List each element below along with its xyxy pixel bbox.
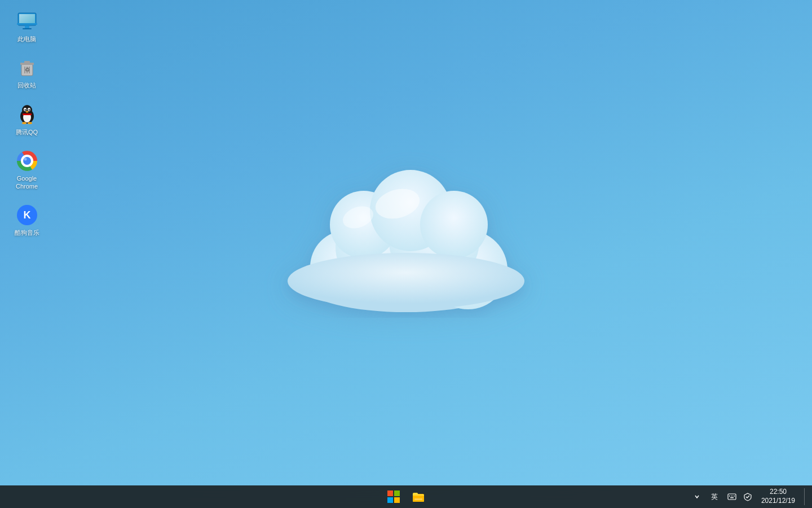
- recycle-icon-label: 回收站: [17, 81, 36, 89]
- tray-chevron-button[interactable]: [690, 490, 704, 503]
- svg-rect-16: [17, 23, 37, 25]
- svg-rect-43: [387, 491, 393, 496]
- clock-date: 2021/12/19: [761, 497, 795, 506]
- svg-point-8: [288, 253, 524, 309]
- svg-rect-13: [19, 14, 35, 24]
- svg-point-34: [22, 122, 27, 124]
- taskbar-center: [382, 485, 430, 508]
- clock[interactable]: 22:50 2021/12/19: [757, 488, 800, 505]
- svg-point-35: [28, 122, 32, 124]
- file-explorer-button[interactable]: [407, 485, 430, 508]
- desktop-icon-computer[interactable]: 此电脑: [6, 6, 48, 47]
- security-icon[interactable]: [741, 490, 754, 503]
- svg-rect-46: [394, 497, 400, 503]
- svg-rect-45: [387, 497, 393, 503]
- desktop: 此电脑 ♻ 回收站: [0, 0, 812, 485]
- svg-rect-36: [23, 113, 32, 115]
- svg-point-29: [24, 109, 26, 111]
- svg-rect-51: [729, 496, 730, 497]
- show-desktop-button[interactable]: [804, 488, 807, 505]
- svg-point-7: [420, 191, 488, 259]
- desktop-icon-chrome[interactable]: Google Chrome: [6, 145, 48, 195]
- svg-rect-14: [25, 25, 29, 28]
- desktop-icon-qq[interactable]: 腾讯QQ: [6, 99, 48, 141]
- desktop-icon-kuwo[interactable]: K 酷狗音乐: [6, 199, 48, 241]
- cloud-illustration: [265, 137, 547, 329]
- start-button[interactable]: [382, 485, 405, 508]
- qq-icon-label: 腾讯QQ: [16, 128, 38, 136]
- svg-point-31: [25, 109, 25, 110]
- svg-rect-52: [731, 496, 732, 497]
- svg-rect-44: [394, 491, 400, 496]
- svg-point-33: [25, 111, 28, 112]
- svg-point-39: [23, 157, 31, 165]
- svg-point-30: [28, 109, 30, 111]
- taskbar-right: 英 22:50 2021/12/19: [690, 488, 812, 505]
- svg-point-40: [24, 157, 27, 160]
- recycle-icon: ♻: [16, 56, 38, 79]
- svg-rect-49: [414, 498, 422, 500]
- input-method-icon[interactable]: [725, 490, 739, 503]
- taskbar: 英 22:50 2021/12/19: [0, 485, 812, 508]
- svg-rect-15: [23, 28, 32, 29]
- desktop-icons: 此电脑 ♻ 回收站: [6, 6, 48, 246]
- computer-icon-label: 此电脑: [17, 35, 36, 43]
- clock-time: 22:50: [770, 488, 787, 497]
- svg-rect-50: [728, 494, 736, 500]
- svg-rect-53: [734, 496, 735, 497]
- svg-rect-54: [730, 497, 734, 498]
- qq-icon: [16, 103, 38, 126]
- desktop-icon-recycle[interactable]: ♻ 回收站: [6, 52, 48, 94]
- language-indicator[interactable]: 英: [706, 490, 723, 503]
- svg-rect-19: [24, 61, 30, 63]
- kuwo-icon-label: 酷狗音乐: [15, 229, 39, 237]
- computer-icon: [16, 10, 38, 33]
- svg-text:♻: ♻: [24, 67, 29, 73]
- chrome-icon-label: Google Chrome: [8, 174, 46, 191]
- kuwo-icon: K: [16, 204, 38, 226]
- svg-text:K: K: [23, 209, 30, 221]
- chrome-icon: [16, 150, 38, 172]
- svg-point-32: [29, 109, 29, 110]
